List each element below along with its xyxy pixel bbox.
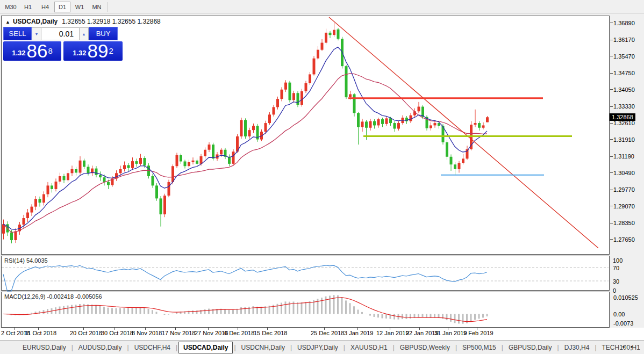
date-axis-tick [357, 328, 358, 330]
tab-separator: | [342, 344, 346, 351]
timeframe-button-w1[interactable]: W1 [71, 2, 88, 12]
timeframe-button-d1[interactable]: D1 [54, 2, 70, 12]
rsi-axis-label: 30 [613, 278, 619, 285]
macd-axis-label: -0.0073 [613, 320, 633, 327]
buy-price-button[interactable]: 1.32 89 2 [63, 41, 123, 61]
date-axis-label: 11 Oct 2018 [25, 330, 56, 336]
date-axis-tick [419, 328, 420, 330]
price-axis-label: 1.34750 [613, 70, 635, 76]
price-axis-label: 1.29070 [613, 203, 635, 209]
price-axis-label: 1.28350 [613, 220, 635, 226]
date-axis-label: 30 Oct 2018 [101, 330, 133, 336]
timeframe-button-h4[interactable]: H4 [37, 2, 53, 12]
chart-tab-bar: EURUSD,Daily|AUDUSD,Daily|USDCHF,H4|USDC… [0, 340, 644, 354]
price-axis-tick [610, 56, 613, 56]
date-axis-tick [83, 328, 84, 330]
chart-tab-usdjpy[interactable]: USDJPY,Daily [293, 342, 342, 353]
triangle-down-icon: ▼ [35, 32, 39, 36]
chart-tab-gbpusd[interactable]: GBPUSD,Daily [504, 342, 556, 353]
rsi-pane[interactable] [1, 256, 610, 291]
tab-scroll-arrows[interactable]: ◂▸ [622, 344, 640, 349]
timeframe-button-m30[interactable]: M30 [3, 2, 19, 12]
price-axis-label: 1.31190 [613, 153, 634, 160]
tab-separator: | [556, 344, 560, 351]
timeframe-toolbar: M30H1H4D1W1MN [0, 0, 644, 14]
date-axis-tick [324, 328, 325, 330]
date-axis[interactable]: 2 Oct 201811 Oct 201820 Oct 201830 Oct 2… [0, 328, 644, 340]
volume-increase-button[interactable]: ▲ [79, 27, 89, 40]
date-axis-tick [208, 328, 209, 330]
price-axis-label: 1.35470 [613, 53, 635, 60]
price-axis-label: 1.33330 [613, 103, 635, 110]
symbol-name: USDCAD,Daily [13, 18, 58, 25]
date-axis-label: 3 Jan 2019 [344, 330, 373, 336]
macd-label: MACD(12,26,9) -0.002418 -0.005056 [4, 293, 102, 300]
price-axis-tick [610, 190, 613, 190]
tab-separator: | [70, 344, 74, 351]
current-price-tag: 1.32868 [610, 113, 635, 121]
macd-axis-label: 0.010525 [613, 294, 638, 301]
chart-tab-usdchf[interactable]: USDCHF,H4 [130, 342, 175, 353]
rsi-axis-label: 0 [613, 287, 616, 294]
chart-tab-xauusd[interactable]: XAUUSD,H1 [346, 342, 392, 353]
date-axis-tick [390, 328, 390, 330]
date-axis-label: 17 Nov 2018 [162, 330, 195, 336]
price-axis-label: 1.36890 [613, 20, 635, 26]
tab-separator: | [175, 344, 178, 351]
timeframe-button-mn[interactable]: MN [89, 2, 105, 12]
price-axis-label: 1.32610 [613, 120, 635, 126]
volume-input[interactable] [41, 27, 79, 40]
date-axis-label: 22 Jan 2019 [406, 330, 439, 336]
sell-price-pip: 8 [48, 43, 52, 59]
date-axis-tick [477, 328, 477, 330]
date-axis-label: 15 Dec 2018 [254, 330, 287, 336]
date-axis-tick [448, 328, 448, 330]
chart-tab-gbpusd[interactable]: GBPUSD,Weekly [396, 342, 454, 353]
chart-tab-audusd[interactable]: AUDUSD,Daily [74, 342, 126, 353]
rsi-axis-label: 100 [613, 257, 622, 264]
chart-tab-sp500[interactable]: SP500,M15 [458, 342, 500, 353]
price-axis-label: 1.34050 [613, 86, 635, 93]
date-axis-tick [15, 328, 15, 330]
tab-separator: | [126, 344, 130, 351]
toolbar-separator [108, 2, 108, 12]
buy-button[interactable]: BUY [89, 27, 118, 40]
price-axis-tick [610, 23, 613, 23]
buy-price-prefix: 1.32 [73, 47, 86, 60]
price-axis-tick [610, 156, 613, 157]
sell-button[interactable]: SELL [3, 27, 32, 40]
date-axis-label: 31 Jan 2019 [434, 330, 467, 336]
rsi-label: RSI(14) 54.0035 [4, 257, 48, 264]
chart-tab-dj30[interactable]: DJ30,H4 [560, 342, 594, 353]
chart-tab-eurusd[interactable]: EURUSD,Daily [18, 342, 70, 353]
symbol-info-bar: ▲USDCAD,Daily1.32655 1.32918 1.32655 1.3… [5, 18, 161, 25]
date-axis-label: 27 Nov 2018 [195, 330, 228, 336]
date-axis-tick [115, 328, 115, 330]
collapse-panel-icon[interactable]: ▲ [5, 19, 10, 25]
sell-price-big: 86 [27, 42, 48, 60]
chart-tab-usdcnh[interactable]: USDCNH,Daily [237, 342, 289, 353]
tab-separator: | [500, 344, 504, 351]
price-axis-tick [610, 106, 613, 107]
price-axis-tick [610, 73, 613, 74]
date-axis-label: 9 Feb 2019 [463, 330, 493, 336]
rsi-axis-label: 70 [613, 265, 619, 271]
volume-decrease-button[interactable]: ▼ [32, 27, 41, 40]
tab-separator: | [233, 344, 237, 351]
date-axis-tick [38, 328, 39, 330]
tab-separator: | [289, 344, 293, 351]
timeframe-button-h1[interactable]: H1 [20, 2, 36, 12]
buy-price-pip: 2 [109, 43, 113, 59]
price-axis-tick [610, 239, 613, 240]
price-axis-label: 1.30490 [613, 170, 635, 176]
date-axis-label: 6 Dec 2018 [224, 330, 254, 336]
buy-price-big: 89 [88, 42, 109, 60]
sell-price-button[interactable]: 1.32 86 8 [3, 41, 61, 61]
date-axis-label: 12 Jan 2019 [376, 330, 409, 336]
date-axis-tick [238, 328, 238, 330]
chart-tab-usdcad[interactable]: USDCAD,Daily [178, 342, 233, 353]
tab-separator: | [593, 344, 597, 351]
price-axis-tick [610, 40, 613, 40]
price-axis-label: 1.36170 [613, 37, 635, 43]
sell-price-prefix: 1.32 [12, 47, 25, 60]
